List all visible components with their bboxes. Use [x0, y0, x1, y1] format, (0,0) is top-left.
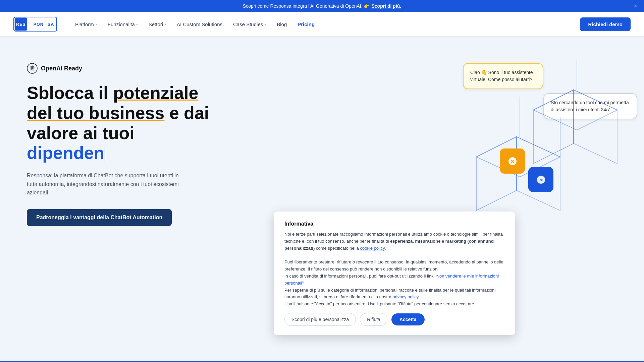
- openai-badge: OpenAI Ready: [27, 63, 221, 74]
- svg-marker-11: [574, 90, 617, 164]
- hex-icon-blue: ✉: [528, 167, 553, 192]
- svg-text:S: S: [511, 159, 514, 164]
- cookie-body: Noi e terze parti selezionate raccogliam…: [284, 231, 504, 308]
- chevron-down-icon: ▾: [164, 22, 166, 26]
- navbar: RES PON SA Platform ▾ Funzionalità ▾ Set…: [0, 12, 644, 36]
- cookie-policy-link[interactable]: cookie policy: [360, 246, 384, 251]
- logo[interactable]: RES PON SA: [13, 17, 57, 32]
- nav-funzionalita[interactable]: Funzionalità ▾: [103, 19, 143, 30]
- request-demo-button[interactable]: Richiedi demo: [580, 17, 631, 31]
- nav-platform[interactable]: Platform ▾: [70, 19, 102, 30]
- cookie-accept-button[interactable]: Accetta: [391, 313, 425, 325]
- announcement-bar: Scopri come Responsa integra l'AI Genera…: [0, 0, 644, 12]
- nav-case-studies[interactable]: Case Studies ▾: [228, 19, 271, 30]
- nav-actions: Richiedi demo: [580, 17, 631, 31]
- chevron-down-icon: ▾: [95, 22, 97, 26]
- nav-pricing[interactable]: Pricing: [293, 19, 319, 30]
- svg-marker-9: [533, 90, 574, 164]
- svg-text:✉: ✉: [540, 179, 543, 182]
- hex-icon-yellow: S: [500, 148, 525, 174]
- nav-links: Platform ▾ Funzionalità ▾ Settori ▾ AI C…: [70, 19, 580, 30]
- hero-title: Sblocca il potenziale del tuo business e…: [27, 83, 221, 163]
- announcement-link[interactable]: Scopri di più.: [371, 3, 401, 9]
- close-announcement-button[interactable]: ×: [634, 3, 637, 10]
- svg-marker-10: [533, 90, 617, 130]
- opt-out-link[interactable]: "Non vendere le mie informazioni persona…: [284, 274, 499, 286]
- privacy-policy-link[interactable]: privacy policy: [392, 294, 418, 299]
- nav-settori[interactable]: Settori ▾: [144, 19, 171, 30]
- svg-text:RES: RES: [16, 22, 26, 27]
- openai-logo-icon: [27, 63, 38, 74]
- hero-subtitle: Responsa: la piattaforma di ChatBot che …: [27, 171, 188, 197]
- logo-image: RES PON SA: [13, 17, 57, 32]
- hero-title-blue: dipenden: [27, 143, 104, 163]
- hero-cta-button[interactable]: Padroneggia i vantaggi della ChatBot Aut…: [27, 209, 172, 226]
- cookie-title: Informativa: [284, 221, 504, 227]
- nav-blog[interactable]: Blog: [272, 19, 291, 30]
- cookie-modal: Informativa Noi e terze parti selezionat…: [274, 212, 515, 335]
- typing-cursor-icon: [105, 146, 105, 162]
- nav-ai-custom[interactable]: AI Custom Solutions: [172, 19, 227, 30]
- chevron-down-icon: ▾: [264, 22, 266, 26]
- svg-marker-6: [476, 137, 517, 210]
- svg-text:PON: PON: [34, 22, 44, 27]
- openai-ready-text: OpenAI Ready: [41, 65, 82, 72]
- cookie-body-text2: come specificato nella: [315, 246, 360, 251]
- announcement-text: Scopri come Responsa integra l'AI Genera…: [243, 3, 370, 9]
- cookie-reject-button[interactable]: Rifiuta: [360, 313, 387, 326]
- hero-content-left: OpenAI Ready Sblocca il potenziale del t…: [27, 56, 221, 226]
- chevron-down-icon: ▾: [136, 22, 138, 26]
- svg-text:SA: SA: [48, 22, 54, 27]
- cookie-customize-button[interactable]: Scopri di più e personalizza: [284, 313, 356, 326]
- cookie-actions: Scopri di più e personalizza Rifiuta Acc…: [284, 313, 504, 326]
- hero-title-part1: Sblocca il: [27, 83, 113, 103]
